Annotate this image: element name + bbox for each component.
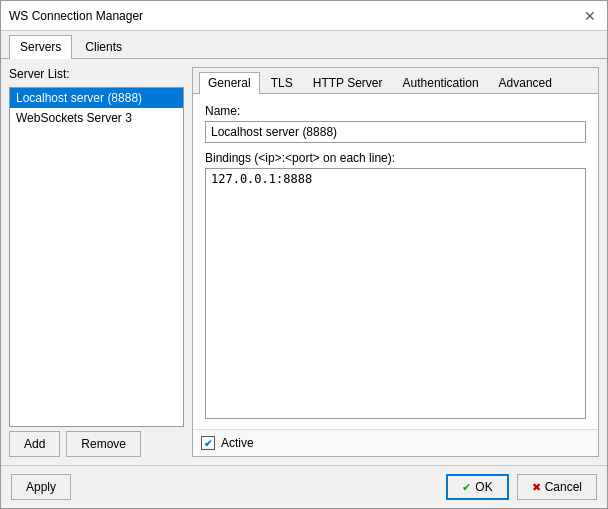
tab-clients[interactable]: Clients — [74, 35, 133, 58]
name-input[interactable] — [205, 121, 586, 143]
cancel-button[interactable]: ✖ Cancel — [517, 474, 597, 500]
active-row: ✔ Active — [193, 429, 598, 456]
cancel-label: Cancel — [545, 480, 582, 494]
close-button[interactable]: ✕ — [581, 7, 599, 25]
remove-button[interactable]: Remove — [66, 431, 141, 457]
server-list-buttons: Add Remove — [9, 431, 184, 457]
tab-authentication[interactable]: Authentication — [394, 72, 488, 93]
title-bar: WS Connection Manager ✕ — [1, 1, 607, 31]
bottom-right-buttons: ✔ OK ✖ Cancel — [446, 474, 597, 500]
checkbox-check-icon: ✔ — [204, 438, 212, 449]
server-list-panel: Server List: Localhost server (8888) Web… — [9, 67, 184, 457]
main-window: WS Connection Manager ✕ Servers Clients … — [0, 0, 608, 509]
apply-button[interactable]: Apply — [11, 474, 71, 500]
main-tabs: Servers Clients — [1, 31, 607, 59]
tab-general[interactable]: General — [199, 72, 260, 94]
list-item[interactable]: WebSockets Server 3 — [10, 108, 183, 128]
tab-http-server[interactable]: HTTP Server — [304, 72, 392, 93]
name-label: Name: — [205, 104, 586, 118]
add-button[interactable]: Add — [9, 431, 60, 457]
tab-advanced[interactable]: Advanced — [490, 72, 561, 93]
content-area: Server List: Localhost server (8888) Web… — [1, 59, 607, 465]
ok-button[interactable]: ✔ OK — [446, 474, 508, 500]
active-checkbox[interactable]: ✔ — [201, 436, 215, 450]
window-title: WS Connection Manager — [9, 9, 143, 23]
sub-tabs: General TLS HTTP Server Authentication A… — [193, 68, 598, 94]
tab-tls[interactable]: TLS — [262, 72, 302, 93]
bottom-bar: Apply ✔ OK ✖ Cancel — [1, 465, 607, 508]
bindings-field-group: Bindings (<ip>:<port> on each line): — [205, 151, 586, 419]
server-list-label: Server List: — [9, 67, 184, 81]
list-item[interactable]: Localhost server (8888) — [10, 88, 183, 108]
cancel-x-icon: ✖ — [532, 481, 541, 494]
tab-servers[interactable]: Servers — [9, 35, 72, 59]
ok-label: OK — [475, 480, 492, 494]
sub-content: Name: Bindings (<ip>:<port> on each line… — [193, 94, 598, 429]
bindings-textarea[interactable] — [205, 168, 586, 419]
name-field-group: Name: — [205, 104, 586, 143]
bindings-label: Bindings (<ip>:<port> on each line): — [205, 151, 586, 165]
server-list-box: Localhost server (8888) WebSockets Serve… — [9, 87, 184, 427]
right-panel: General TLS HTTP Server Authentication A… — [192, 67, 599, 457]
active-label: Active — [221, 436, 254, 450]
ok-check-icon: ✔ — [462, 481, 471, 494]
